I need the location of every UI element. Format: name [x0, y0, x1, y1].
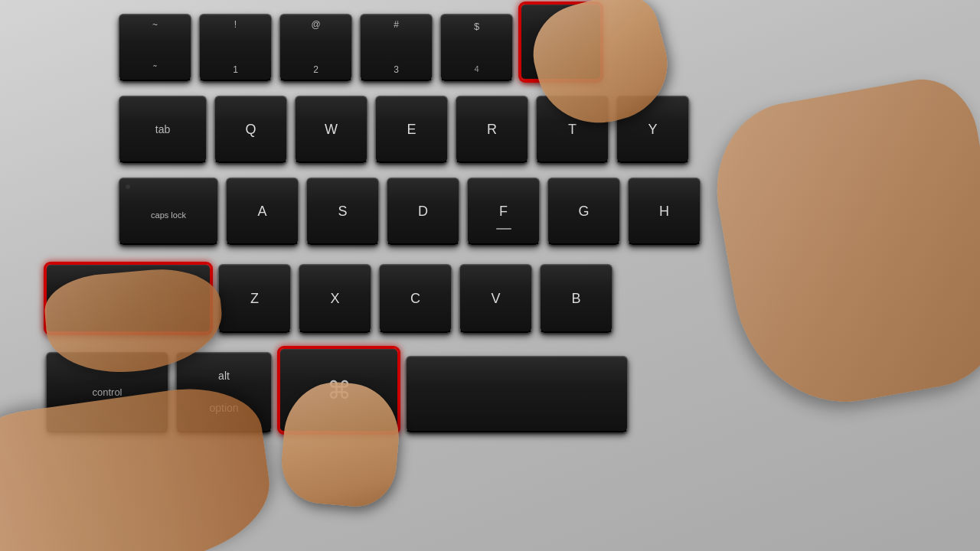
keyboard-background: ~ ˜ ! 1 @ 2 # 3 $ 4 tab Q W E R	[0, 0, 980, 551]
key-a[interactable]: A	[226, 178, 299, 245]
key-3[interactable]: # 3	[360, 14, 433, 81]
key-v[interactable]: V	[459, 264, 532, 333]
key-1[interactable]: ! 1	[199, 14, 272, 81]
key-4[interactable]: $ 4	[440, 14, 513, 81]
key-g[interactable]: G	[547, 178, 620, 245]
key-e[interactable]: E	[375, 96, 448, 163]
key-capslock[interactable]: caps lock	[119, 178, 218, 245]
key-q[interactable]: Q	[214, 96, 287, 163]
key-c[interactable]: C	[379, 264, 452, 333]
key-b[interactable]: B	[540, 264, 612, 333]
key-h[interactable]: H	[628, 178, 701, 245]
key-z[interactable]: Z	[218, 264, 291, 333]
key-w[interactable]: W	[295, 96, 368, 163]
key-x[interactable]: X	[299, 264, 371, 333]
key-2[interactable]: @ 2	[279, 14, 352, 81]
key-d[interactable]: D	[387, 178, 459, 245]
key-r[interactable]: R	[456, 96, 528, 163]
key-tab[interactable]: tab	[119, 96, 207, 163]
key-s[interactable]: S	[306, 178, 379, 245]
key-alt-label: alt	[218, 370, 230, 382]
key-tilde[interactable]: ~ ˜	[119, 14, 191, 81]
key-f[interactable]: F	[467, 178, 540, 245]
key-spacebar[interactable]	[406, 356, 628, 432]
